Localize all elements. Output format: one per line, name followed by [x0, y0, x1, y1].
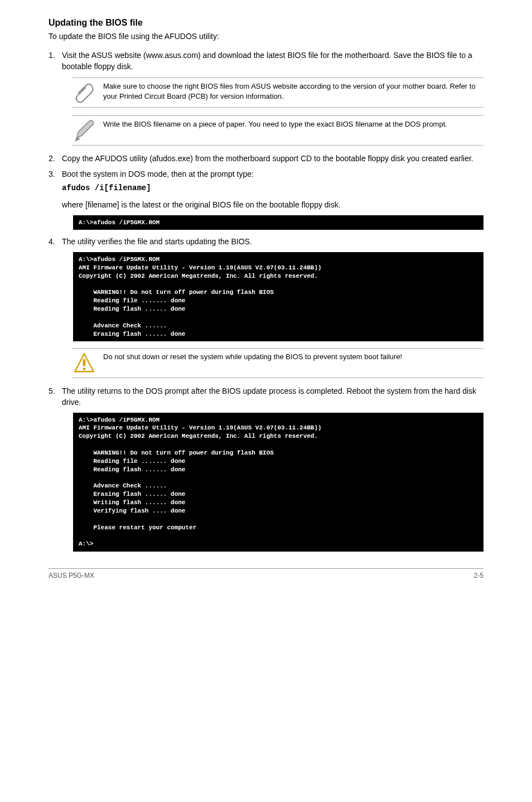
warning-icon [72, 352, 96, 374]
svg-point-1 [83, 368, 86, 370]
step-number: 3. [49, 169, 55, 180]
terminal-output-3: A:\>afudos /iP5GMX.ROM AMI Firmware Upda… [73, 413, 483, 552]
step-text: Boot the system in DOS mode, then at the… [62, 169, 483, 180]
steps-list-cont: 2. Copy the AFUDOS utility (afudos.exe) … [49, 153, 483, 210]
step-number: 5. [49, 386, 55, 397]
step-1: 1. Visit the ASUS website (www.asus.com)… [49, 50, 483, 72]
pencil-icon [72, 119, 96, 142]
step-aftertext: where [filename] is the latest or the or… [62, 200, 483, 211]
step-text: Copy the AFUDOS utility (afudos.exe) fro… [62, 153, 483, 165]
step-5: 5. The utility returns to the DOS prompt… [49, 386, 483, 408]
step-number: 2. [49, 153, 55, 165]
step-text: The utility returns to the DOS prompt af… [62, 386, 483, 408]
step-number: 4. [49, 236, 55, 248]
note-text: Make sure to choose the right BIOS files… [103, 81, 483, 101]
page-footer: ASUS P5G-MX 2-5 [49, 568, 483, 581]
code-command: afudos /i[filename] [62, 183, 483, 194]
step-2: 2. Copy the AFUDOS utility (afudos.exe) … [49, 153, 483, 165]
terminal-output-2: A:\>afudos /iP5GMX.ROM AMI Firmware Upda… [73, 252, 483, 341]
steps-list-cont2: 4. The utility verifies the file and sta… [49, 236, 483, 248]
section-heading: Updating the BIOS file [49, 17, 483, 29]
note-warning: Do not shut down or reset the system whi… [72, 348, 483, 378]
step-number: 1. [49, 50, 55, 61]
note-info-2: Write the BIOS filename on a piece of pa… [72, 115, 483, 146]
note-text: Do not shut down or reset the system whi… [103, 352, 483, 362]
step-text: Visit the ASUS website (www.asus.com) an… [62, 50, 483, 72]
steps-list: 1. Visit the ASUS website (www.asus.com)… [49, 50, 483, 72]
note-text: Write the BIOS filename on a piece of pa… [103, 119, 483, 129]
step-3: 3. Boot the system in DOS mode, then at … [49, 169, 483, 211]
footer-right: 2-5 [474, 571, 483, 581]
step-4: 4. The utility verifies the file and sta… [49, 236, 483, 248]
step-text: The utility verifies the file and starts… [62, 236, 483, 248]
svg-rect-0 [83, 359, 86, 366]
note-info-1: Make sure to choose the right BIOS files… [72, 78, 483, 108]
steps-list-cont3: 5. The utility returns to the DOS prompt… [49, 386, 483, 408]
paperclip-icon [72, 81, 96, 104]
intro-text: To update the BIOS file using the AFUDOS… [49, 31, 483, 42]
footer-left: ASUS P5G-MX [49, 571, 94, 581]
terminal-output-1: A:\>afudos /iP5GMX.ROM [73, 215, 483, 230]
